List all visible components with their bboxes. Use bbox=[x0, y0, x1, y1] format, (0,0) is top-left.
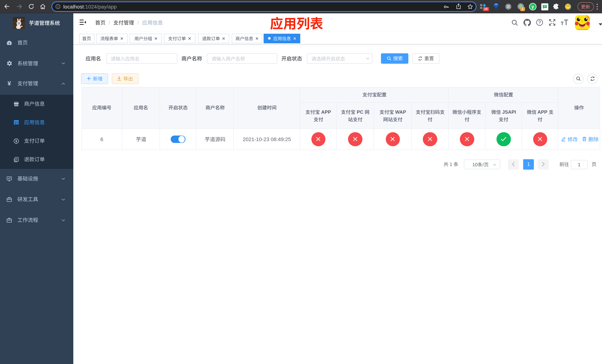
svg-text:⌘: ⌘ bbox=[506, 4, 510, 9]
svg-text:y: y bbox=[531, 4, 534, 9]
